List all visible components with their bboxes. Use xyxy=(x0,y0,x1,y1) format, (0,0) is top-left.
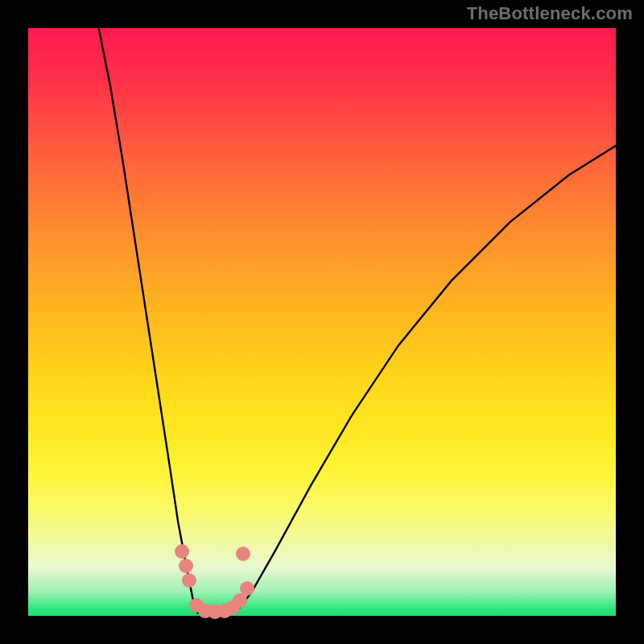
attribution-text: TheBottleneck.com xyxy=(467,3,633,24)
chart-background-gradient xyxy=(28,28,616,616)
chart-frame: TheBottleneck.com xyxy=(0,0,644,644)
